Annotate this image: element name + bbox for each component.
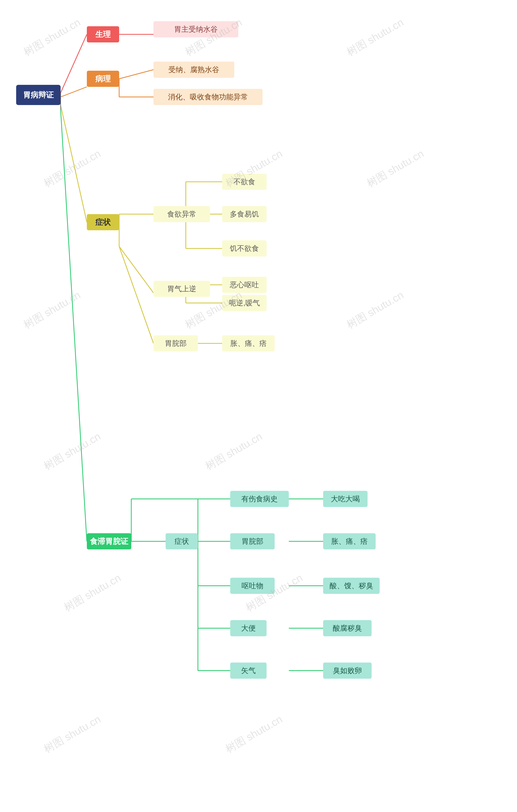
no-appetite-label: 不欲食 (233, 177, 255, 187)
physiology-node: 生理 (87, 26, 119, 42)
bloat-pain-lump2-label: 胀、痛、痞 (331, 536, 368, 546)
bloat-pain-lump2-node: 胀、痛、痞 (323, 533, 376, 549)
stomach-qi-reversal-label: 胃气上逆 (167, 284, 196, 294)
epigastric-region-node: 胃脘部 (153, 335, 198, 351)
root-node: 胃病辩证 (16, 85, 61, 105)
watermark-10: 树图 shutu.cn (41, 429, 104, 473)
food-history-label: 有伤食病史 (241, 494, 278, 504)
svg-line-2 (61, 105, 87, 222)
gastric-region2-node: 胃脘部 (230, 533, 275, 549)
gastric-region2-label: 胃脘部 (241, 536, 263, 546)
svg-line-7 (119, 70, 153, 79)
symptoms2-node: 症状 (166, 533, 198, 549)
eat-drink-excess-node: 大吃大喝 (323, 491, 368, 507)
rotten-egg-label: 臭如败卵 (333, 666, 362, 676)
appetite-abnormal-label: 食欲异常 (167, 209, 196, 219)
watermark-14: 树图 shutu.cn (41, 712, 104, 756)
food-stagnation-label: 食滞胃脘证 (90, 536, 128, 547)
stomach-receives-label: 胃主受纳水谷 (174, 24, 218, 34)
no-appetite-node: 不欲食 (222, 174, 266, 190)
eat-easily-hungry-node: 多食易饥 (222, 206, 266, 222)
stomach-receives-node: 胃主受纳水谷 (153, 21, 238, 37)
receives-rots-node: 受纳、腐熟水谷 (153, 62, 234, 78)
flatulence-label: 矢气 (241, 666, 256, 676)
symptoms2-label: 症状 (174, 536, 189, 546)
svg-line-12 (119, 246, 153, 343)
root-label: 胃病辩证 (23, 90, 54, 100)
watermark-6: 树图 shutu.cn (364, 147, 427, 191)
flatulence-node: 矢气 (230, 663, 266, 679)
sour-stinky2-node: 酸腐秽臭 (323, 620, 372, 636)
food-stagnation-node: 食滞胃脘证 (87, 533, 131, 549)
watermark-11: 树图 shutu.cn (203, 429, 265, 473)
bloat-pain-lump-node: 胀、痛、痞 (222, 335, 275, 351)
eat-drink-excess-label: 大吃大喝 (331, 494, 360, 504)
hiccup-belch-node: 呃逆,嗳气 (222, 295, 266, 311)
svg-line-3 (61, 109, 87, 541)
hungry-no-appetite-node: 饥不欲食 (222, 240, 266, 257)
diagram-lines (0, 0, 517, 812)
digestion-abnormal-label: 消化、吸收食物功能异常 (168, 92, 248, 102)
hungry-no-appetite-label: 饥不欲食 (230, 243, 259, 254)
acid-sour-stinky-label: 酸、馊、秽臭 (329, 581, 373, 591)
watermark-1: 树图 shutu.cn (21, 16, 83, 59)
symptoms-label: 症状 (95, 217, 111, 227)
digestion-abnormal-node: 消化、吸收食物功能异常 (153, 89, 262, 105)
sour-stinky2-label: 酸腐秽臭 (333, 624, 362, 633)
food-history-node: 有伤食病史 (230, 491, 289, 507)
hiccup-belch-label: 呃逆,嗳气 (229, 298, 260, 308)
vomit-substance-node: 呕吐物 (230, 578, 275, 594)
watermark-9: 树图 shutu.cn (344, 288, 406, 332)
rotten-egg-node: 臭如败卵 (323, 663, 372, 679)
eat-easily-hungry-label: 多食易饥 (230, 209, 259, 219)
svg-line-11 (119, 246, 153, 293)
watermark-7: 树图 shutu.cn (21, 288, 83, 332)
symptoms-node: 症状 (87, 214, 119, 230)
epigastric-region-label: 胃脘部 (165, 339, 186, 348)
svg-line-1 (61, 87, 87, 97)
watermark-12: 树图 shutu.cn (61, 571, 123, 615)
stomach-qi-reversal-node: 胃气上逆 (153, 281, 210, 297)
nausea-vomit-node: 恶心呕吐 (222, 277, 266, 293)
watermark-4: 树图 shutu.cn (41, 147, 104, 191)
diagram-container: 树图 shutu.cn 树图 shutu.cn 树图 shutu.cn 树图 s… (0, 0, 517, 812)
watermark-3: 树图 shutu.cn (344, 16, 406, 59)
pathology-node: 病理 (87, 71, 119, 87)
bloat-pain-lump-label: 胀、痛、痞 (230, 339, 266, 348)
receives-rots-label: 受纳、腐熟水谷 (168, 65, 219, 75)
watermark-15: 树图 shutu.cn (223, 712, 285, 756)
vomit-substance-label: 呕吐物 (241, 581, 263, 591)
physiology-label: 生理 (95, 29, 111, 39)
svg-line-0 (61, 34, 87, 93)
appetite-abnormal-node: 食欲异常 (153, 206, 210, 222)
pathology-label: 病理 (95, 74, 111, 84)
nausea-vomit-label: 恶心呕吐 (230, 280, 259, 290)
stool-label: 大便 (241, 624, 256, 633)
acid-sour-stinky-node: 酸、馊、秽臭 (323, 578, 380, 594)
stool-node: 大便 (230, 620, 266, 636)
